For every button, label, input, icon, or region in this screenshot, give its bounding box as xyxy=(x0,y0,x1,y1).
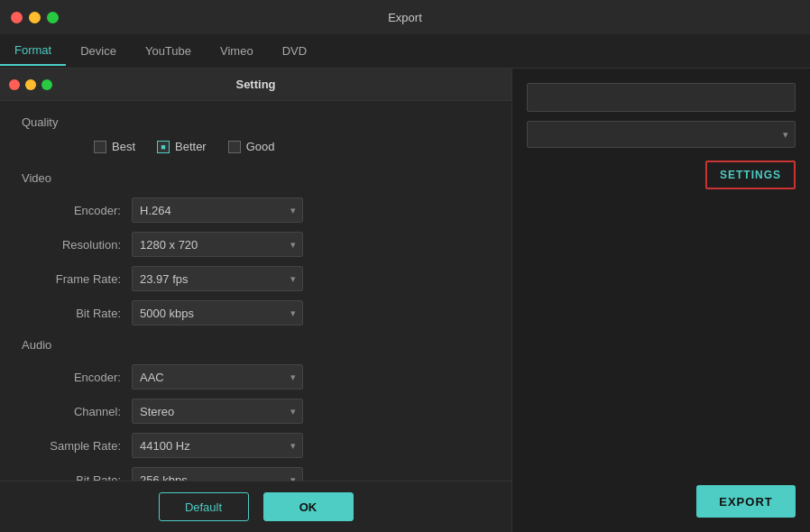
close-button[interactable] xyxy=(11,12,23,23)
video-bitrate-select-wrapper: 5000 kbps 8000 kbps 10000 kbps 15000 kbp… xyxy=(132,300,303,326)
export-button[interactable]: EXPORT xyxy=(696,485,796,518)
video-framerate-select[interactable]: 23.97 fps 24 fps 25 fps 29.97 fps 30 fps… xyxy=(132,266,303,291)
audio-channel-select[interactable]: Stereo Mono 5.1 xyxy=(132,399,303,424)
quality-good-checkbox[interactable] xyxy=(228,141,241,153)
window-title: Export xyxy=(388,11,422,24)
spacer xyxy=(527,198,796,476)
audio-bitrate-row: Bit Rate: 256 kbps 128 kbps 192 kbps 320… xyxy=(22,467,490,481)
navbar: Format Device YouTube Vimeo DVD xyxy=(0,34,810,69)
audio-bitrate-select[interactable]: 256 kbps 128 kbps 192 kbps 320 kbps xyxy=(132,467,303,481)
audio-channel-row: Channel: Stereo Mono 5.1 xyxy=(22,399,490,424)
quality-label: Quality xyxy=(22,115,490,129)
audio-samplerate-label: Sample Rate: xyxy=(22,439,121,453)
quality-better-label: Better xyxy=(175,140,207,153)
ok-button[interactable]: OK xyxy=(263,492,354,521)
panel-minimize-button[interactable] xyxy=(25,79,36,90)
nav-item-youtube[interactable]: YouTube xyxy=(131,37,206,65)
window-controls xyxy=(11,12,59,23)
video-bitrate-label: Bit Rate: xyxy=(22,307,121,320)
right-dropdown-wrapper xyxy=(527,121,796,148)
quality-row: Best Better Good xyxy=(22,140,490,153)
video-bitrate-row: Bit Rate: 5000 kbps 8000 kbps 10000 kbps… xyxy=(22,300,490,326)
main-layout: Setting Quality Best Better Good xyxy=(0,69,810,532)
audio-bitrate-label: Bit Rate: xyxy=(22,473,121,482)
titlebar: Export xyxy=(0,0,810,34)
right-input-1[interactable] xyxy=(527,83,796,112)
settings-footer: Default OK xyxy=(0,481,511,532)
right-dropdown[interactable] xyxy=(527,121,796,148)
audio-samplerate-select-wrapper: 44100 Hz 48000 Hz 22050 Hz xyxy=(132,433,303,458)
audio-samplerate-row: Sample Rate: 44100 Hz 48000 Hz 22050 Hz xyxy=(22,433,490,458)
video-encoder-label: Encoder: xyxy=(22,204,121,217)
video-resolution-select[interactable]: 1280 x 720 1920 x 1080 3840 x 2160 720 x… xyxy=(132,232,303,257)
video-framerate-label: Frame Rate: xyxy=(22,272,121,286)
quality-best-checkbox[interactable] xyxy=(94,141,106,153)
audio-encoder-select[interactable]: AAC MP3 AC3 PCM xyxy=(132,364,303,390)
audio-encoder-select-wrapper: AAC MP3 AC3 PCM xyxy=(132,364,303,390)
quality-better-checkbox[interactable] xyxy=(157,141,170,153)
quality-option-better[interactable]: Better xyxy=(157,140,207,153)
default-button[interactable]: Default xyxy=(159,492,249,521)
video-encoder-row: Encoder: H.264 H.265 MPEG-4 ProRes xyxy=(22,197,490,223)
video-encoder-select[interactable]: H.264 H.265 MPEG-4 ProRes xyxy=(132,197,303,223)
quality-best-label: Best xyxy=(112,140,135,153)
video-resolution-label: Resolution: xyxy=(22,238,121,252)
nav-item-format[interactable]: Format xyxy=(0,36,66,66)
audio-samplerate-select[interactable]: 44100 Hz 48000 Hz 22050 Hz xyxy=(132,433,303,458)
video-framerate-row: Frame Rate: 23.97 fps 24 fps 25 fps 29.9… xyxy=(22,266,490,291)
video-resolution-select-wrapper: 1280 x 720 1920 x 1080 3840 x 2160 720 x… xyxy=(132,232,303,257)
panel-window-controls xyxy=(9,79,52,90)
nav-item-vimeo[interactable]: Vimeo xyxy=(206,37,268,65)
minimize-button[interactable] xyxy=(29,12,41,23)
panel-title: Setting xyxy=(235,78,275,91)
maximize-button[interactable] xyxy=(47,12,59,23)
video-resolution-row: Resolution: 1280 x 720 1920 x 1080 3840 … xyxy=(22,232,490,257)
quality-option-best[interactable]: Best xyxy=(94,140,135,153)
quality-good-label: Good xyxy=(246,140,275,153)
settings-btn-row: SETTINGS xyxy=(527,161,796,189)
settings-content: Quality Best Better Good Video Encoder: xyxy=(0,101,511,481)
settings-panel: Setting Quality Best Better Good xyxy=(0,69,512,532)
audio-channel-select-wrapper: Stereo Mono 5.1 xyxy=(132,399,303,424)
nav-item-dvd[interactable]: DVD xyxy=(268,37,321,65)
panel-maximize-button[interactable] xyxy=(41,79,52,90)
audio-encoder-row: Encoder: AAC MP3 AC3 PCM xyxy=(22,364,490,390)
right-panel: SETTINGS EXPORT xyxy=(512,69,810,532)
video-framerate-select-wrapper: 23.97 fps 24 fps 25 fps 29.97 fps 30 fps… xyxy=(132,266,303,291)
video-bitrate-select[interactable]: 5000 kbps 8000 kbps 10000 kbps 15000 kbp… xyxy=(132,300,303,326)
quality-option-good[interactable]: Good xyxy=(228,140,275,153)
audio-encoder-label: Encoder: xyxy=(22,371,121,384)
video-section-label: Video xyxy=(22,171,490,185)
panel-header: Setting xyxy=(0,69,511,101)
audio-bitrate-select-wrapper: 256 kbps 128 kbps 192 kbps 320 kbps xyxy=(132,467,303,481)
settings-button[interactable]: SETTINGS xyxy=(705,161,796,189)
audio-section-label: Audio xyxy=(22,338,490,352)
panel-close-button[interactable] xyxy=(9,79,20,90)
audio-channel-label: Channel: xyxy=(22,405,121,418)
nav-item-device[interactable]: Device xyxy=(66,37,131,65)
video-encoder-select-wrapper: H.264 H.265 MPEG-4 ProRes xyxy=(132,197,303,223)
